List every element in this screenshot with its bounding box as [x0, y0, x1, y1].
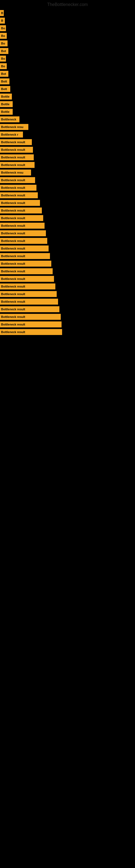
- result-bar: Bottleneck result: [0, 276, 54, 282]
- result-bar: Bottleneck result: [0, 185, 37, 191]
- bar-row: Bottleneck result: [0, 176, 135, 184]
- bar-row: Bottle: [0, 100, 135, 108]
- bar-label: Bottleneck result: [1, 330, 25, 334]
- result-bar: Bottleneck r: [0, 131, 23, 137]
- bar-label: Bo: [1, 57, 5, 60]
- bar-row: B: [0, 17, 135, 24]
- result-bar: Bottleneck result: [0, 192, 38, 198]
- bar-label: Bottleneck result: [1, 239, 25, 243]
- bar-row: Bottleneck result: [0, 245, 135, 252]
- result-bar: Bo: [0, 56, 6, 62]
- result-bar: Bottle: [0, 94, 12, 99]
- bar-label: Bottleneck result: [1, 224, 25, 227]
- bars-container: BBBoBoBoBotBoBoBotBottBottBottleBottleBo…: [0, 9, 135, 336]
- result-bar: Bo: [0, 33, 7, 39]
- bar-row: Bottleneck r: [0, 131, 135, 138]
- bar-row: Bottleneck result: [0, 268, 135, 275]
- bar-label: Bottleneck r: [1, 133, 18, 136]
- bar-row: B: [0, 9, 135, 17]
- result-bar: Bot: [0, 48, 8, 54]
- bar-row: Bottleneck result: [0, 275, 135, 283]
- result-bar: Bottleneck: [0, 116, 19, 122]
- bar-label: Bottleneck result: [1, 277, 25, 280]
- result-bar: Bottleneck result: [0, 147, 33, 153]
- bar-row: Bottleneck result: [0, 222, 135, 229]
- bar-row: Bottleneck result: [0, 207, 135, 214]
- result-bar: Bottleneck resu: [0, 169, 31, 176]
- result-bar: Bo: [0, 25, 6, 31]
- bar-label: Bottleneck result: [1, 186, 25, 189]
- bar-row: Bottleneck resu: [0, 169, 135, 176]
- bar-row: Bott: [0, 85, 135, 93]
- result-bar: Bott: [0, 86, 10, 92]
- bar-row: Bot: [0, 47, 135, 55]
- bar-row: Bo: [0, 55, 135, 62]
- result-bar: Bottleneck result: [0, 230, 46, 236]
- result-bar: Bottleneck result: [0, 215, 43, 221]
- bar-label: Bottleneck result: [1, 262, 25, 265]
- result-bar: Bottleneck result: [0, 246, 49, 251]
- bar-label: Bottleneck result: [1, 247, 25, 250]
- bar-label: Bo: [1, 65, 5, 68]
- bar-label: Bottleneck result: [1, 163, 25, 166]
- bar-label: Bott: [1, 87, 7, 91]
- bar-label: Bottleneck result: [1, 156, 25, 159]
- bar-row: Bottle: [0, 93, 135, 100]
- result-bar: Bottleneck result: [0, 208, 42, 214]
- result-bar: Bottleneck result: [0, 329, 62, 335]
- bar-row: Bottleneck result: [0, 290, 135, 298]
- bar-row: Bottleneck result: [0, 305, 135, 313]
- bar-label: Bottleneck result: [1, 231, 25, 235]
- result-bar: B: [0, 18, 5, 24]
- bar-label: Bottleneck result: [1, 194, 25, 197]
- result-bar: Bottleneck result: [0, 200, 40, 206]
- result-bar: Bottleneck result: [0, 139, 32, 145]
- bar-row: Bottleneck result: [0, 298, 135, 305]
- bar-row: Bo: [0, 24, 135, 32]
- bar-label: Bott: [1, 80, 7, 83]
- bar-label: Bottleneck result: [1, 270, 25, 273]
- bar-label: Bottleneck result: [1, 179, 25, 182]
- bar-row: Bottleneck result: [0, 313, 135, 321]
- result-bar: B: [0, 10, 4, 16]
- result-bar: Bottleneck result: [0, 253, 50, 259]
- bar-row: Bottleneck result: [0, 138, 135, 146]
- bar-row: Bottleneck resu: [0, 123, 135, 131]
- bar-label: Bottleneck result: [1, 285, 25, 288]
- result-bar: Bottleneck result: [0, 321, 61, 328]
- bar-label: Bottleneck result: [1, 254, 25, 258]
- site-title: TheBottlenecker.com: [0, 0, 135, 9]
- bar-row: Bottleneck result: [0, 260, 135, 268]
- result-bar: Bottleneck result: [0, 299, 58, 305]
- bar-row: Bottleneck result: [0, 229, 135, 237]
- bar-row: Bottleneck result: [0, 328, 135, 336]
- result-bar: Bottleneck result: [0, 154, 34, 160]
- bar-label: Bottleneck result: [1, 308, 25, 311]
- bar-label: Bottleneck resu: [1, 171, 24, 174]
- bar-row: Bottleneck result: [0, 154, 135, 161]
- bar-row: Bottleneck result: [0, 214, 135, 222]
- bar-row: Bottleneck result: [0, 161, 135, 169]
- bar-label: Bo: [1, 34, 5, 37]
- bar-row: Bottleneck result: [0, 237, 135, 245]
- result-bar: Bottleneck result: [0, 238, 47, 244]
- result-bar: Bottleneck result: [0, 306, 59, 312]
- bar-row: Bo: [0, 62, 135, 70]
- bar-row: Bottleneck result: [0, 146, 135, 154]
- result-bar: Bottleneck result: [0, 177, 35, 183]
- bar-row: Bo: [0, 32, 135, 40]
- bar-label: Bottleneck resu: [1, 125, 24, 129]
- bar-row: Bottleneck result: [0, 199, 135, 207]
- bar-label: Bottle: [1, 102, 9, 106]
- result-bar: Bottleneck result: [0, 162, 35, 168]
- result-bar: Bottle: [0, 101, 13, 107]
- result-bar: Bo: [0, 63, 7, 69]
- bar-label: Bottle: [1, 110, 9, 113]
- bar-label: Bo: [1, 27, 5, 30]
- result-bar: Bottleneck result: [0, 268, 53, 274]
- result-bar: Bottle: [0, 109, 13, 115]
- bar-row: Bottleneck result: [0, 283, 135, 290]
- bar-label: B: [1, 19, 3, 22]
- result-bar: Bot: [0, 71, 8, 77]
- bar-label: Bottleneck result: [1, 292, 25, 296]
